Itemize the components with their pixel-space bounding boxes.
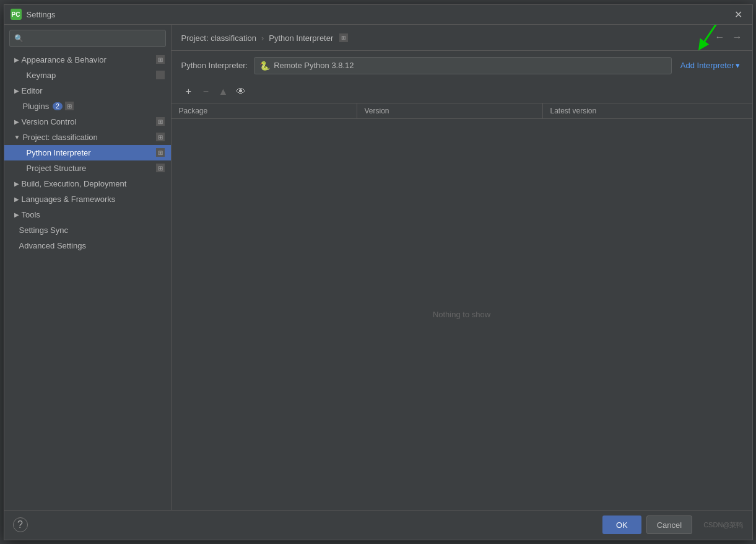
plus-icon: + <box>186 86 191 97</box>
search-icon: 🔍 <box>14 34 24 43</box>
ok-button[interactable]: OK <box>602 515 641 534</box>
chevron-right-icon: ▶ <box>14 87 19 94</box>
interpreter-row: Python Interpreter: 🐍 Remote Python 3.8.… <box>172 51 752 81</box>
watermark-text: CSDN@菜鸭 <box>703 520 743 530</box>
remove-package-button[interactable]: − <box>199 84 214 99</box>
sidebar-item-label: Version Control <box>22 117 77 126</box>
main-content: 🔍 ▶ Appearance & Behavior ⊞ Keymap ▶ Edi… <box>4 25 752 510</box>
breadcrumb-current: Python Interpreter <box>269 33 333 43</box>
sidebar-item-label: Project: classification <box>22 133 97 142</box>
nav-forward-button[interactable]: → <box>730 30 745 44</box>
sidebar-item-keymap[interactable]: Keymap <box>4 68 171 83</box>
page-icon: ⊞ <box>156 55 165 64</box>
title-bar: PC Settings ✕ <box>4 5 752 25</box>
sidebar: 🔍 ▶ Appearance & Behavior ⊞ Keymap ▶ Edi… <box>4 25 172 510</box>
sidebar-item-label: Keymap <box>27 71 56 80</box>
empty-message: Nothing to show <box>433 310 490 319</box>
sidebar-item-tools[interactable]: ▶ Tools <box>4 207 171 222</box>
right-panel: Project: classification › Python Interpr… <box>172 25 752 510</box>
search-input[interactable] <box>26 33 161 43</box>
eye-icon: 👁 <box>236 86 246 97</box>
page-icon: ⊞ <box>65 102 74 110</box>
sidebar-item-build[interactable]: ▶ Build, Execution, Deployment <box>4 176 171 191</box>
sidebar-item-advanced-settings[interactable]: Advanced Settings <box>4 238 171 253</box>
cancel-button[interactable]: Cancel <box>646 515 692 534</box>
sidebar-item-label: Tools <box>22 210 40 219</box>
sidebar-item-python-interpreter[interactable]: Python Interpreter ⊞ <box>4 145 171 160</box>
interpreter-name: Remote Python 3.8.12 <box>274 61 666 70</box>
help-button[interactable]: ? <box>13 517 28 532</box>
sidebar-item-settings-sync[interactable]: Settings Sync <box>4 222 171 238</box>
add-interpreter-chevron: ▾ <box>736 61 740 70</box>
search-box[interactable]: 🔍 <box>9 30 166 47</box>
sidebar-item-project-structure[interactable]: Project Structure ⊞ <box>4 160 171 176</box>
interpreter-dropdown[interactable]: 🐍 Remote Python 3.8.12 <box>254 57 672 74</box>
move-up-button[interactable]: ▲ <box>216 84 231 99</box>
interpreter-emoji-icon: 🐍 <box>259 61 270 71</box>
breadcrumb-bar: Project: classification › Python Interpr… <box>172 25 752 51</box>
show-details-button[interactable]: 👁 <box>233 84 248 99</box>
page-icon: ⊞ <box>156 133 165 141</box>
bottom-bar: ? OK Cancel CSDN@菜鸭 <box>4 510 752 540</box>
breadcrumb-parent: Project: classification <box>181 33 256 43</box>
column-version: Version <box>357 103 543 118</box>
sidebar-item-plugins[interactable]: Plugins 2 ⊞ <box>4 99 171 114</box>
sidebar-item-version-control[interactable]: ▶ Version Control ⊞ <box>4 114 171 129</box>
sidebar-item-appearance[interactable]: ▶ Appearance & Behavior ⊞ <box>4 52 171 68</box>
breadcrumb-separator: › <box>261 33 264 43</box>
chevron-right-icon: ▶ <box>14 211 19 218</box>
sidebar-item-label: Settings Sync <box>19 226 69 235</box>
dialog-title: Settings <box>27 10 731 19</box>
column-package: Package <box>172 103 357 118</box>
sidebar-item-label: Advanced Settings <box>19 241 86 250</box>
sidebar-item-label: Python Interpreter <box>27 148 91 157</box>
sidebar-item-project[interactable]: ▼ Project: classification ⊞ <box>4 129 171 145</box>
packages-table: Package Version Latest version Nothing t… <box>172 103 752 510</box>
sidebar-item-label: Project Structure <box>27 164 87 173</box>
settings-dialog: PC Settings ✕ 🔍 ▶ Appearance & Behavior … <box>4 4 753 540</box>
chevron-right-icon: ▶ <box>14 180 19 187</box>
chevron-down-icon: ▼ <box>14 134 20 141</box>
interpreter-label: Python Interpreter: <box>181 61 248 70</box>
sidebar-item-label: Languages & Frameworks <box>22 195 116 204</box>
add-interpreter-label: Add Interpreter <box>680 61 734 70</box>
breadcrumb-nav-buttons: ← → <box>713 30 745 44</box>
page-icon <box>156 71 165 79</box>
page-icon: ⊞ <box>156 148 165 157</box>
sidebar-item-label: Build, Execution, Deployment <box>22 179 127 188</box>
table-body: Nothing to show <box>172 119 752 510</box>
app-icon: PC <box>11 9 22 20</box>
chevron-right-icon: ▶ <box>14 196 19 203</box>
nav-back-button[interactable]: ← <box>713 30 728 44</box>
sidebar-item-editor[interactable]: ▶ Editor <box>4 83 171 99</box>
page-icon: ⊞ <box>156 117 165 126</box>
sidebar-item-label: Plugins <box>23 102 50 111</box>
add-package-button[interactable]: + <box>181 84 196 99</box>
sidebar-item-label: Editor <box>22 86 43 95</box>
close-button[interactable]: ✕ <box>731 7 746 22</box>
minus-icon: − <box>203 86 209 97</box>
sidebar-item-label: Appearance & Behavior <box>22 55 106 64</box>
bottom-left: ? <box>13 517 28 532</box>
sidebar-item-languages[interactable]: ▶ Languages & Frameworks <box>4 191 171 207</box>
column-latest-version: Latest version <box>543 103 752 118</box>
add-interpreter-button[interactable]: Add Interpreter ▾ <box>678 58 742 72</box>
packages-toolbar: + − ▲ 👁 <box>172 81 752 103</box>
arrow-up-icon: ▲ <box>219 86 228 97</box>
chevron-right-icon: ▶ <box>14 56 19 63</box>
breadcrumb-page-icon: ⊞ <box>339 33 348 42</box>
chevron-right-icon: ▶ <box>14 118 19 125</box>
table-header: Package Version Latest version <box>172 103 752 119</box>
bottom-right: OK Cancel CSDN@菜鸭 <box>602 515 744 534</box>
page-icon: ⊞ <box>156 164 165 172</box>
plugins-badge: 2 <box>53 102 63 110</box>
